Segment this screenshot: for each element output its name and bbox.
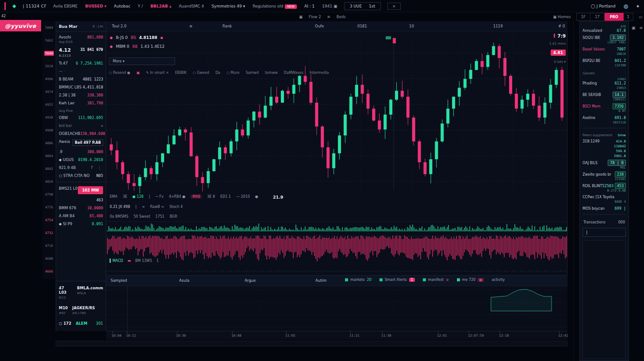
watch-row[interactable]: 4.128.211331 841 670 [59,46,103,59]
ladder-price[interactable]: 4864 [42,150,56,162]
mini-table-row[interactable]: 47 L039/12BMLA.commWSLA [59,286,103,300]
watch-row[interactable]: Kwh Lwr381,790 [59,99,103,107]
volume-panel[interactable]: ▍MACD▬BM 13W51 [106,221,567,275]
mini-table-row[interactable]: M10#92JAGKER/RS#9.1780 [59,306,103,315]
chart-header-cell[interactable]: ≋ [189,24,192,28]
account-row[interactable]: BSP2LI BE041.2132700 [583,57,626,69]
top-bar-item[interactable]: Regulations oldNEW [253,4,297,8]
close-tool-button[interactable]: × [387,3,401,10]
bottom-tab[interactable]: Sampled [111,278,127,283]
transactions-row[interactable]: Transactions 000 [583,217,626,226]
chart-header-cell[interactable]: 10 [409,24,414,28]
toolbar-item[interactable]: Da [215,71,220,75]
trade-row[interactable]: BMM 67610,0000 [59,204,103,212]
pro-badge[interactable]: PRO [605,13,624,21]
candlestick-chart[interactable]: ◆B-JS 0BS4.81188▪◆MBM 0681.43 1.4E12 Mor… [106,32,567,193]
account-row[interactable]: SOI2U IBE3.192(2657 740) [583,34,626,46]
watch-row[interactable]: ◆ UGUS0190.4.2010 [59,156,103,164]
amount-input[interactable] [583,228,626,237]
homes-button[interactable]: ▣ Homes [553,15,571,19]
bottom-tab[interactable]: Argue [245,278,256,283]
panel-tab[interactable]: 17 [590,14,605,20]
top-bar-item[interactable]: Autobac [114,4,130,8]
second-bar-item[interactable]: Beds [337,15,346,19]
globe-icon[interactable]: ◍ [623,3,628,9]
toolbar-item[interactable]: ✎ In smart × [146,71,169,75]
brand-logo[interactable]: @yyuvive [0,20,41,31]
more-dropdown[interactable]: More ▾ [109,58,175,65]
bottom-cluster-item[interactable]: me 720▦ [457,278,484,282]
top-bar-item[interactable]: 1941 ▣ [322,4,337,8]
user-menu[interactable]: ◯ J Portland [591,4,616,8]
top-bar-item[interactable]: BUSSED ▾ [85,4,107,8]
account-row[interactable]: Aseline691.82657118 [583,114,626,126]
ladder-price[interactable]: 4996 [42,73,56,85]
account-row[interactable]: 318:1249414.8110042599.82901.8 [583,138,626,159]
market-panel-title[interactable]: Bua Mar [59,24,77,29]
watch-row[interactable]: OGB1ACHB158,904.600 [59,130,103,138]
chart-header-cell[interactable]: 0181 [357,24,367,28]
watch-row[interactable]: 2.38 | 38330,300 [59,91,103,99]
toolbar-item[interactable]: ○ Gweed [193,71,209,75]
ladder-price[interactable]: 4666 [42,265,56,278]
top-bar-item[interactable]: BBL2AB ▴ [150,4,171,8]
toolbar-item[interactable]: DaMWaves [284,71,303,75]
ladder-price[interactable]: 5018 [42,60,56,73]
bottom-cluster-item[interactable]: Smart Alerts1 [380,278,415,282]
row-icons[interactable]: ? ⋮ [91,165,103,170]
watch-row[interactable]: bid bar+ [59,122,103,130]
chart-header-cell[interactable]: Oufe [315,24,324,28]
account-row[interactable]: OAJ BILS78 | BM5L [583,159,626,171]
account-row[interactable]: Zweite goods br238121501 [583,171,626,182]
ladder-price[interactable]: 4842 [42,162,56,175]
bottom-panel-body[interactable] [106,286,567,331]
bottom-tab[interactable]: Asula [179,278,189,283]
account-row[interactable]: ROIL BLINT52503 453B.272.9.AB [583,182,626,194]
top-bar-item[interactable]: Symmetries 49 ▾ [211,4,245,8]
bottom-cluster-item[interactable]: activity [492,278,505,282]
account-row[interactable]: Basel Values700728610 [583,46,626,57]
toolbar-item[interactable]: ▣ [136,71,140,75]
ladder-price[interactable]: 4974 [42,85,56,98]
panel-icon[interactable]: ▣ [632,26,636,30]
ladder-price[interactable]: 5062 [42,34,56,47]
watch-row[interactable]: OBW111,902.695 [59,114,103,122]
account-row[interactable]: BE SEASIB14.1(90912) [583,91,626,103]
toolbar-item[interactable]: Intermedia [310,71,329,75]
toolbar-item[interactable]: ○ Resend ● [109,71,130,75]
mini-table-row[interactable]: ○ 172ALEM301 [59,321,103,326]
ladder-price[interactable]: 4732 [42,227,56,239]
ladder-price[interactable]: 4754 [42,214,56,227]
ladder-price[interactable]: 4776 [42,201,56,214]
chart-header-cell[interactable]: Rank [222,24,232,28]
watch-row[interactable]: BMMUC LBS4,411.818 [59,83,103,91]
toolbar-item[interactable]: ○ Mure [226,71,240,75]
ticker-symbol[interactable]: | 11324 CF [23,4,46,8]
chart-header-cell[interactable]: # 0 [558,24,565,28]
watch-row[interactable]: Tr.476 7,254.1981 [59,59,103,67]
ladder-price[interactable]: 4798 [42,188,56,201]
chat-icon[interactable]: ▭ [639,15,642,19]
watch-row[interactable]: AvoshiAvg 9/10801,600 [59,33,103,46]
watch-row[interactable]: .9300,000 [59,148,103,156]
bottom-cluster-item[interactable]: markets20 [345,278,372,282]
trade-row[interactable]: A AM B485,400 [59,212,103,220]
second-bar-item[interactable]: Flow 2 [309,15,321,19]
toolbar-item[interactable]: tomww [265,71,278,75]
top-bar-item[interactable]: Avila EBSME [53,4,77,8]
ladder-price[interactable]: 4930 [42,111,56,124]
ladder-price[interactable]: 4688 [42,252,56,265]
chart-header-cell[interactable]: 1119 [493,24,503,28]
ladder-price[interactable]: 4908 [42,124,56,137]
second-bar-item[interactable]: ▣ [299,15,303,19]
account-row[interactable]: 678Annualized67.8 [583,23,626,34]
watch-input-box[interactable]: Bail 497 P.AB [73,139,103,146]
toolbar-item[interactable]: Samwd [246,71,259,75]
panel-tab[interactable]: 1F [577,14,590,20]
account-row[interactable]: BSCI Mem73568 BY [583,103,626,114]
lots-label[interactable]: 0 lots ▾ [549,60,566,64]
ladder-price[interactable]: 5040 [42,47,56,60]
account-row[interactable]: MOS boycan699 | [583,205,626,212]
trade-row[interactable]: ◆ SI P90.091 [59,220,103,228]
ladder-price[interactable]: 4952 [42,98,56,111]
